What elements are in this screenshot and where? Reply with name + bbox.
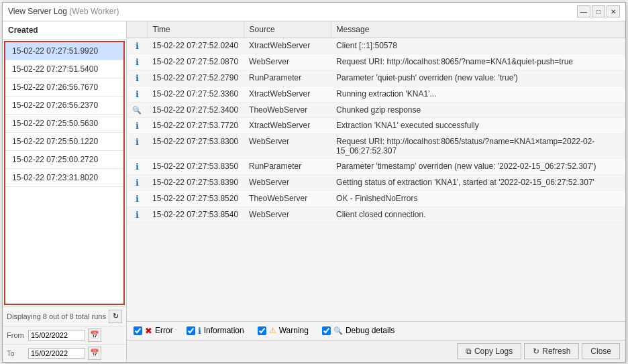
filter-debug[interactable]: 🔍 Debug details [322,326,395,335]
debug-label: Debug details [346,326,395,335]
run-item[interactable]: 15-02-22 07:27:51.5400 [5,60,123,78]
row-message: Client closed connection. [331,206,625,223]
table-row[interactable]: ℹ 15-02-22 07:27:52.2790 RunParameter Pa… [127,70,625,86]
run-item[interactable]: 15-02-22 07:25:00.2720 [5,151,123,169]
info-row-icon: ℹ [136,178,139,188]
table-row[interactable]: ℹ 15-02-22 07:27:53.8390 WebServer Getti… [127,174,625,190]
error-label: Error [155,326,173,335]
debug-icon: 🔍 [333,326,343,335]
warning-checkbox[interactable] [258,326,266,335]
run-item[interactable]: 15-02-22 07:23:31.8020 [5,169,123,187]
row-source: WebServer [244,206,331,223]
row-time: 15-02-22 07:27:53.8520 [147,190,244,206]
info-label: Information [204,326,244,335]
info-row-icon: ℹ [136,210,139,220]
run-item[interactable]: 15-02-22 07:25:50.5630 [5,115,123,133]
row-time: 15-02-22 07:27:53.7720 [147,117,244,133]
copy-icon: ⧉ [466,347,472,356]
row-message: Request URI: http://localhost:8065/?name… [331,54,625,70]
error-checkbox[interactable] [134,326,142,335]
col-message-header: Message [331,21,625,38]
row-icon-cell: ℹ [127,86,147,102]
refresh-icon: ↻ [533,347,539,356]
table-row[interactable]: 🔍 15-02-22 07:27:52.3400 TheoWebServer C… [127,102,625,117]
table-row[interactable]: ℹ 15-02-22 07:27:53.8350 RunParameter Pa… [127,158,625,174]
row-icon-cell: ℹ [127,54,147,70]
info-checkbox[interactable] [187,326,195,335]
window-title: View Server Log (Web Worker) [8,7,119,16]
row-source: RunParameter [244,158,331,174]
table-row[interactable]: ℹ 15-02-22 07:27:53.7720 XtractWebServer… [127,117,625,133]
debug-checkbox[interactable] [322,326,331,335]
table-row[interactable]: ℹ 15-02-22 07:27:52.3360 XtractWebServer… [127,86,625,102]
filter-bar: ✖ Error ℹ Information ⚠ Warning 🔍 Debug … [127,321,625,340]
run-item[interactable]: 15-02-22 07:26:56.7670 [5,78,123,97]
to-date-input[interactable] [28,348,85,359]
table-row[interactable]: ℹ 15-02-22 07:27:52.0240 XtractWebServer… [127,38,625,54]
to-date-row: To 📅 [3,344,126,362]
maximize-button[interactable]: □ [592,5,605,17]
row-icon-cell: ℹ [127,117,147,133]
runs-count-text: Displaying 8 out of 8 total runs [7,312,106,320]
title-text: View Server Log [8,7,67,16]
row-message: Request URI: http://localhost:8065/statu… [331,133,625,158]
run-item[interactable]: 15-02-22 07:27:51.9920 [5,42,123,60]
info-row-icon: ℹ [136,194,139,204]
info-row-icon: ℹ [136,73,139,83]
refresh-button[interactable]: ↻ Refresh [524,343,579,359]
row-icon-cell: 🔍 [127,102,147,117]
filter-warning[interactable]: ⚠ Warning [258,326,309,335]
runs-refresh-button[interactable]: ↻ [109,310,122,323]
from-label: From [7,331,25,339]
log-table: Time Source Message ℹ 15-02-22 07:27:52.… [127,21,625,223]
error-icon: ✖ [145,326,152,336]
row-message: Getting status of extraction 'KNA1', sta… [331,174,625,190]
from-date-input[interactable] [28,330,85,341]
row-icon-cell: ℹ [127,174,147,190]
row-source: XtractWebServer [244,38,331,54]
run-item[interactable]: 15-02-22 07:25:50.1220 [5,133,123,151]
run-item[interactable]: 15-02-22 07:26:56.2370 [5,97,123,115]
table-row[interactable]: ℹ 15-02-22 07:27:53.8540 WebServer Clien… [127,206,625,223]
minimize-button[interactable]: — [577,5,590,17]
content-area: Created 15-02-22 07:27:51.992015-02-22 0… [3,21,625,362]
row-time: 15-02-22 07:27:53.8390 [147,174,244,190]
col-icon [127,21,147,38]
filter-information[interactable]: ℹ Information [187,326,244,336]
close-button[interactable]: Close [582,343,620,359]
row-source: RunParameter [244,70,331,86]
row-icon-cell: ℹ [127,206,147,223]
window-close-button[interactable]: ✕ [607,5,620,17]
left-panel-header: Created [3,21,126,40]
row-time: 15-02-22 07:27:53.8300 [147,133,244,158]
title-bar-controls: — □ ✕ [577,5,620,17]
table-row[interactable]: ℹ 15-02-22 07:27:53.8520 TheoWebServer O… [127,190,625,206]
table-row[interactable]: ℹ 15-02-22 07:27:52.0870 WebServer Reque… [127,54,625,70]
row-source: TheoWebServer [244,190,331,206]
copy-logs-button[interactable]: ⧉ Copy Logs [457,343,521,359]
info-row-icon: ℹ [136,137,139,147]
row-icon-cell: ℹ [127,158,147,174]
warning-icon: ⚠ [269,326,276,335]
col-source-header: Source [244,21,331,38]
row-time: 15-02-22 07:27:52.0870 [147,54,244,70]
to-label: To [7,349,25,357]
filter-error[interactable]: ✖ Error [134,326,173,336]
row-icon-cell: ℹ [127,133,147,158]
table-header-row: Time Source Message [127,21,625,38]
warning-label: Warning [279,326,309,335]
row-source: WebServer [244,133,331,158]
to-calendar-button[interactable]: 📅 [88,347,101,360]
row-icon-cell: ℹ [127,38,147,54]
row-source: TheoWebServer [244,102,331,117]
row-time: 15-02-22 07:27:52.2790 [147,70,244,86]
from-calendar-button[interactable]: 📅 [88,328,101,342]
right-panel: Time Source Message ℹ 15-02-22 07:27:52.… [127,21,625,362]
left-panel: Created 15-02-22 07:27:51.992015-02-22 0… [3,21,127,362]
log-table-body: ℹ 15-02-22 07:27:52.0240 XtractWebServer… [127,38,625,223]
info-icon: ℹ [198,326,201,336]
col-time-header: Time [147,21,244,38]
row-source: WebServer [244,54,331,70]
from-date-row: From 📅 [3,326,126,344]
table-row[interactable]: ℹ 15-02-22 07:27:53.8300 WebServer Reque… [127,133,625,158]
